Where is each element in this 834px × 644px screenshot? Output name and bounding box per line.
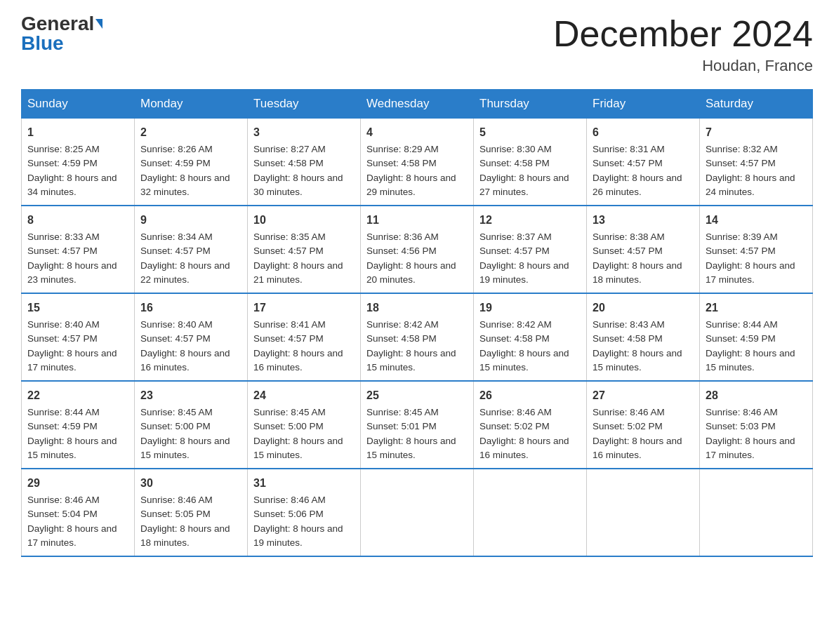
daylight-text: Daylight: 8 hours and 17 minutes. bbox=[27, 348, 117, 373]
day-header-thursday: Thursday bbox=[474, 90, 587, 119]
day-header-wednesday: Wednesday bbox=[361, 90, 474, 119]
sunrise-text: Sunrise: 8:26 AM bbox=[140, 144, 213, 154]
day-number: 26 bbox=[479, 387, 581, 404]
calendar-cell: 16Sunrise: 8:40 AMSunset: 4:57 PMDayligh… bbox=[135, 293, 248, 381]
daylight-text: Daylight: 8 hours and 26 minutes. bbox=[593, 173, 682, 197]
sunset-text: Sunset: 4:58 PM bbox=[366, 333, 437, 344]
sunset-text: Sunset: 4:57 PM bbox=[27, 333, 98, 344]
day-number: 8 bbox=[27, 212, 128, 229]
logo-general-text: General bbox=[21, 14, 94, 34]
day-number: 14 bbox=[706, 212, 807, 229]
calendar-cell: 21Sunrise: 8:44 AMSunset: 4:59 PMDayligh… bbox=[700, 293, 813, 381]
sunrise-text: Sunrise: 8:37 AM bbox=[479, 232, 552, 242]
sunrise-text: Sunrise: 8:42 AM bbox=[366, 319, 439, 330]
sunset-text: Sunset: 5:01 PM bbox=[366, 421, 437, 431]
sunrise-text: Sunrise: 8:40 AM bbox=[27, 319, 100, 330]
day-number: 30 bbox=[140, 475, 241, 492]
sunrise-text: Sunrise: 8:27 AM bbox=[253, 144, 326, 154]
daylight-text: Daylight: 8 hours and 17 minutes. bbox=[706, 436, 795, 460]
day-number: 12 bbox=[479, 212, 581, 229]
location-title: Houdan, France bbox=[553, 57, 813, 75]
sunrise-text: Sunrise: 8:46 AM bbox=[706, 407, 778, 417]
day-number: 13 bbox=[593, 212, 694, 229]
sunrise-text: Sunrise: 8:40 AM bbox=[140, 319, 213, 330]
day-number: 9 bbox=[140, 212, 241, 229]
calendar-cell: 30Sunrise: 8:46 AMSunset: 5:05 PMDayligh… bbox=[135, 469, 248, 556]
calendar-cell: 15Sunrise: 8:40 AMSunset: 4:57 PMDayligh… bbox=[22, 293, 135, 381]
day-number: 1 bbox=[27, 124, 128, 141]
calendar-cell: 26Sunrise: 8:46 AMSunset: 5:02 PMDayligh… bbox=[474, 381, 587, 469]
day-number: 28 bbox=[706, 387, 807, 404]
day-number: 10 bbox=[253, 212, 355, 229]
sunset-text: Sunset: 5:00 PM bbox=[140, 421, 211, 431]
calendar-week-row: 15Sunrise: 8:40 AMSunset: 4:57 PMDayligh… bbox=[22, 293, 813, 381]
daylight-text: Daylight: 8 hours and 19 minutes. bbox=[253, 523, 343, 548]
calendar-week-row: 8Sunrise: 8:33 AMSunset: 4:57 PMDaylight… bbox=[22, 206, 813, 293]
sunset-text: Sunset: 4:57 PM bbox=[140, 246, 211, 256]
calendar-week-row: 22Sunrise: 8:44 AMSunset: 4:59 PMDayligh… bbox=[22, 381, 813, 469]
sunset-text: Sunset: 4:58 PM bbox=[479, 158, 550, 168]
sunrise-text: Sunrise: 8:46 AM bbox=[253, 495, 326, 505]
daylight-text: Daylight: 8 hours and 17 minutes. bbox=[27, 523, 117, 548]
sunrise-text: Sunrise: 8:44 AM bbox=[706, 319, 778, 330]
calendar-cell: 11Sunrise: 8:36 AMSunset: 4:56 PMDayligh… bbox=[361, 206, 474, 293]
title-area: December 2024 Houdan, France bbox=[553, 14, 813, 75]
daylight-text: Daylight: 8 hours and 16 minutes. bbox=[593, 436, 682, 460]
sunset-text: Sunset: 4:57 PM bbox=[593, 246, 663, 256]
calendar-cell: 3Sunrise: 8:27 AMSunset: 4:58 PMDaylight… bbox=[248, 119, 361, 206]
sunset-text: Sunset: 4:57 PM bbox=[253, 333, 324, 344]
daylight-text: Daylight: 8 hours and 16 minutes. bbox=[253, 348, 343, 373]
daylight-text: Daylight: 8 hours and 24 minutes. bbox=[706, 173, 795, 197]
sunset-text: Sunset: 4:57 PM bbox=[593, 158, 663, 168]
calendar-cell: 24Sunrise: 8:45 AMSunset: 5:00 PMDayligh… bbox=[248, 381, 361, 469]
day-number: 15 bbox=[27, 300, 128, 316]
day-number: 29 bbox=[27, 475, 128, 492]
calendar-cell: 14Sunrise: 8:39 AMSunset: 4:57 PMDayligh… bbox=[700, 206, 813, 293]
sunrise-text: Sunrise: 8:30 AM bbox=[479, 144, 552, 154]
sunset-text: Sunset: 4:57 PM bbox=[140, 333, 211, 344]
day-number: 6 bbox=[593, 124, 694, 141]
calendar-cell: 19Sunrise: 8:42 AMSunset: 4:58 PMDayligh… bbox=[474, 293, 587, 381]
sunrise-text: Sunrise: 8:46 AM bbox=[27, 495, 100, 505]
day-number: 31 bbox=[253, 475, 355, 492]
daylight-text: Daylight: 8 hours and 23 minutes. bbox=[27, 260, 117, 285]
sunset-text: Sunset: 4:58 PM bbox=[253, 158, 324, 168]
daylight-text: Daylight: 8 hours and 16 minutes. bbox=[140, 348, 230, 373]
sunset-text: Sunset: 4:57 PM bbox=[27, 246, 98, 256]
daylight-text: Daylight: 8 hours and 15 minutes. bbox=[366, 348, 456, 373]
sunset-text: Sunset: 5:00 PM bbox=[253, 421, 324, 431]
calendar-cell: 27Sunrise: 8:46 AMSunset: 5:02 PMDayligh… bbox=[587, 381, 700, 469]
daylight-text: Daylight: 8 hours and 15 minutes. bbox=[140, 436, 230, 460]
daylight-text: Daylight: 8 hours and 30 minutes. bbox=[253, 173, 343, 197]
calendar-cell: 5Sunrise: 8:30 AMSunset: 4:58 PMDaylight… bbox=[474, 119, 587, 206]
calendar-cell: 9Sunrise: 8:34 AMSunset: 4:57 PMDaylight… bbox=[135, 206, 248, 293]
calendar-table: SundayMondayTuesdayWednesdayThursdayFrid… bbox=[21, 89, 813, 557]
calendar-week-row: 29Sunrise: 8:46 AMSunset: 5:04 PMDayligh… bbox=[22, 469, 813, 556]
sunset-text: Sunset: 5:05 PM bbox=[140, 509, 211, 519]
daylight-text: Daylight: 8 hours and 16 minutes. bbox=[479, 436, 569, 460]
logo-triangle-icon bbox=[95, 19, 102, 29]
calendar-cell: 12Sunrise: 8:37 AMSunset: 4:57 PMDayligh… bbox=[474, 206, 587, 293]
sunrise-text: Sunrise: 8:32 AM bbox=[706, 144, 778, 154]
day-number: 3 bbox=[253, 124, 355, 141]
day-header-tuesday: Tuesday bbox=[248, 90, 361, 119]
day-number: 17 bbox=[253, 300, 355, 316]
logo-blue-text: Blue bbox=[21, 34, 64, 53]
calendar-cell: 8Sunrise: 8:33 AMSunset: 4:57 PMDaylight… bbox=[22, 206, 135, 293]
calendar-cell: 31Sunrise: 8:46 AMSunset: 5:06 PMDayligh… bbox=[248, 469, 361, 556]
sunset-text: Sunset: 4:57 PM bbox=[706, 246, 776, 256]
sunrise-text: Sunrise: 8:41 AM bbox=[253, 319, 326, 330]
calendar-cell bbox=[361, 469, 474, 556]
daylight-text: Daylight: 8 hours and 15 minutes. bbox=[27, 436, 117, 460]
calendar-cell bbox=[474, 469, 587, 556]
sunset-text: Sunset: 4:56 PM bbox=[366, 246, 437, 256]
sunset-text: Sunset: 4:59 PM bbox=[27, 158, 98, 168]
daylight-text: Daylight: 8 hours and 15 minutes. bbox=[479, 348, 569, 373]
calendar-cell: 18Sunrise: 8:42 AMSunset: 4:58 PMDayligh… bbox=[361, 293, 474, 381]
daylight-text: Daylight: 8 hours and 17 minutes. bbox=[706, 260, 795, 285]
calendar-cell: 4Sunrise: 8:29 AMSunset: 4:58 PMDaylight… bbox=[361, 119, 474, 206]
calendar-cell: 6Sunrise: 8:31 AMSunset: 4:57 PMDaylight… bbox=[587, 119, 700, 206]
sunset-text: Sunset: 5:02 PM bbox=[593, 421, 663, 431]
calendar-cell: 23Sunrise: 8:45 AMSunset: 5:00 PMDayligh… bbox=[135, 381, 248, 469]
sunset-text: Sunset: 5:04 PM bbox=[27, 509, 98, 519]
